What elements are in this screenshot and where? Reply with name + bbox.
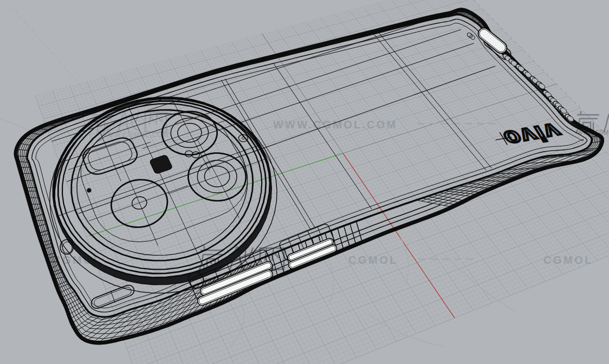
svg-text:CGMOL: CGMOL bbox=[348, 254, 398, 266]
svg-text:CGMOL: CGMOL bbox=[543, 254, 593, 266]
svg-text:WWW.CGMOL.COM: WWW.CGMOL.COM bbox=[101, 131, 169, 139]
svg-text:WWW.CGMOL.COM: WWW.CGMOL.COM bbox=[273, 119, 397, 131]
